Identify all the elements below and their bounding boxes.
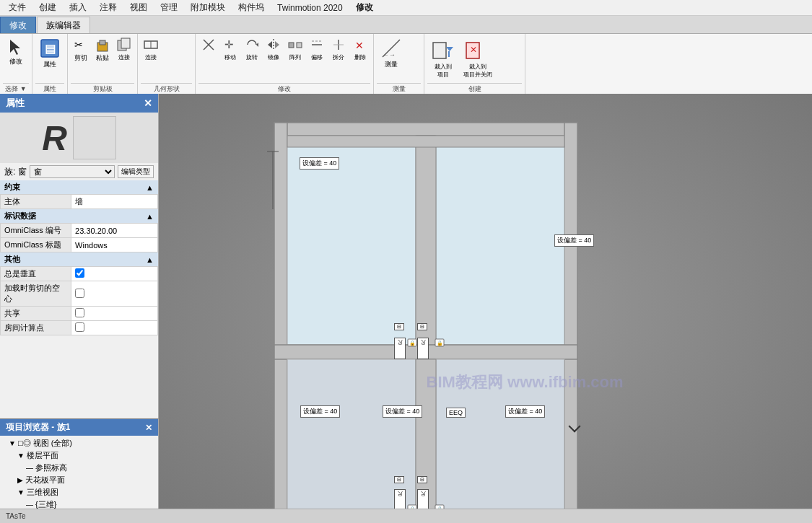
dim-label-5: 设偏差 = 40: [505, 405, 545, 418]
prop-value-omniclass-title[interactable]: [71, 238, 158, 252]
tree-floor-plan[interactable]: ▼ 楼层平面: [3, 449, 155, 462]
split-button[interactable]: 拆分: [328, 35, 349, 63]
prop-value-room-calc[interactable]: [71, 321, 158, 335]
cut-button[interactable]: ✂ 剪切: [71, 35, 91, 64]
prop-row-always-vertical: 总是垂直: [1, 267, 158, 281]
lock-icon-4: ⊟: [417, 476, 427, 483]
ribbon-group-create: 裁入到项目 ✕ 裁入到项目并关闭 创建: [424, 34, 525, 96]
section-other-icon: ▲: [146, 255, 154, 264]
family-row: 族: 窗 窗 编辑类型: [0, 163, 158, 180]
room-calc-checkbox[interactable]: [75, 322, 84, 332]
vert-dim-3: 尺: [394, 489, 406, 511]
section-identity-label: 标识数据: [4, 211, 36, 221]
lock-icon-1: ⊟: [394, 323, 404, 330]
svg-marker-27: [446, 47, 453, 51]
svg-text:🔒: 🔒: [437, 340, 443, 346]
delete-button[interactable]: ✕ 删除: [350, 35, 370, 63]
family-label: 族: 窗: [4, 166, 27, 178]
menu-insert[interactable]: 插入: [64, 0, 92, 15]
dim-label-4: 设偏差 = 40: [383, 405, 422, 418]
prop-value-always-vertical[interactable]: [71, 267, 158, 281]
cut-void-checkbox[interactable]: [75, 289, 84, 298]
load-into-project-button[interactable]: 裁入到项目: [427, 35, 459, 80]
ribbon-group-modify: ✛ 移动 旋转 镜像 阵列 偏移 拆分: [196, 34, 374, 96]
create-group-label: 创建: [427, 83, 522, 95]
align-button[interactable]: [198, 35, 219, 55]
family-select[interactable]: 窗: [30, 165, 115, 178]
dim-label-2: 设偏差 = 40: [554, 234, 594, 247]
prop-row-cut-void: 加载时剪切的空心: [1, 281, 158, 307]
svg-rect-36: [436, 136, 564, 345]
mirror-button[interactable]: 镜像: [263, 35, 284, 63]
prop-label-host: 主体: [1, 195, 71, 209]
join-button[interactable]: 连接: [141, 35, 161, 63]
prop-value-shared[interactable]: [71, 307, 158, 321]
identity-table: OmniClass 编号 OmniClass 标题: [0, 223, 158, 252]
menu-components[interactable]: 构件坞: [232, 0, 270, 15]
dim-label-eeq: EEQ: [446, 408, 466, 418]
properties-close-button[interactable]: ✕: [144, 97, 152, 109]
edit-type-button[interactable]: 编辑类型: [118, 165, 154, 178]
tab-modify[interactable]: 修改: [0, 17, 36, 33]
menu-twinmotion[interactable]: Twinmotion 2020: [271, 1, 349, 14]
svg-rect-34: [564, 123, 577, 523]
omniclass-title-input[interactable]: [75, 241, 154, 250]
menu-addins[interactable]: 附加模块: [185, 0, 231, 15]
omniclass-num-input[interactable]: [75, 227, 154, 235]
section-constraints-label: 约束: [4, 182, 20, 193]
svg-text:🔒: 🔒: [409, 340, 416, 346]
tree-views-label: □◎ 视图 (全部): [18, 438, 72, 449]
section-other[interactable]: 其他 ▲: [0, 252, 158, 266]
menu-file[interactable]: 文件: [3, 0, 32, 15]
browser-title: 项目浏览器 - 族1: [6, 421, 70, 434]
preview-icon: R: [42, 118, 67, 158]
svg-marker-15: [268, 41, 272, 48]
array-button[interactable]: 阵列: [285, 35, 305, 63]
prop-row-omniclass-title: OmniClass 标题: [1, 238, 158, 252]
select-group-label: 选择 ▼: [3, 83, 29, 95]
move-button[interactable]: ✛ 移动: [220, 35, 240, 63]
prop-label-omniclass-num: OmniClass 编号: [1, 224, 71, 238]
menu-bar: 文件 创建 插入 注释 视图 管理 附加模块 构件坞 Twinmotion 20…: [0, 0, 812, 16]
svg-rect-7: [121, 38, 130, 48]
tree-ref-level[interactable]: — 参照标高: [3, 462, 155, 474]
svg-text:✂: ✂: [74, 39, 83, 50]
tab-family-editor[interactable]: 族编辑器: [37, 17, 90, 33]
properties-button[interactable]: ▤ 属性: [35, 35, 64, 71]
rotate-button[interactable]: 旋转: [242, 35, 262, 63]
measure-button[interactable]: ←→ 测量: [377, 35, 406, 71]
menu-modify[interactable]: 修改: [350, 0, 379, 15]
prop-row-room-calc: 房间计算点: [1, 321, 158, 335]
svg-rect-38: [287, 136, 564, 147]
browser-close-button[interactable]: ✕: [145, 423, 152, 433]
properties-title: 属性: [6, 97, 25, 110]
shared-checkbox[interactable]: [75, 308, 84, 317]
svg-rect-5: [100, 40, 105, 45]
select-button[interactable]: 修改: [3, 35, 29, 68]
menu-create[interactable]: 创建: [33, 0, 62, 15]
tree-ceiling-plan[interactable]: ▶ 天花板平面: [3, 474, 155, 486]
always-vertical-checkbox[interactable]: [75, 268, 84, 278]
tree-3d-view-label: 三维视图: [27, 487, 58, 498]
browser-header: 项目浏览器 - 族1 ✕: [0, 419, 158, 436]
paste-button[interactable]: 粘贴: [92, 35, 113, 64]
section-identity[interactable]: 标识数据 ▲: [0, 209, 158, 223]
copy-button[interactable]: 连接: [114, 35, 134, 63]
load-into-project-close-button[interactable]: ✕ 裁入到项目并关闭: [460, 35, 495, 80]
lock-icon-2: ⊟: [417, 323, 427, 330]
ribbon-group-clipboard: ✂ 剪切 粘贴 连接 剪贴板: [68, 34, 138, 96]
menu-manage[interactable]: 管理: [154, 0, 183, 15]
menu-view[interactable]: 视图: [124, 0, 153, 15]
prop-value-omniclass-num[interactable]: [71, 224, 158, 238]
prop-value-cut-void[interactable]: [71, 281, 158, 307]
svg-marker-0: [10, 40, 20, 55]
section-constraints[interactable]: 约束 ▲: [0, 180, 158, 194]
other-table: 总是垂直 加载时剪切的空心 共享 房间计算点: [0, 266, 158, 335]
main-canvas: 🔒 🔒 🔒 🔒 设偏差 = 40 设偏差 = 40 设偏差 = 40 设偏差 =…: [159, 94, 812, 523]
svg-text:✕: ✕: [470, 45, 477, 55]
tree-views[interactable]: ▼ □◎ 视图 (全部): [3, 437, 155, 449]
tree-3d-view[interactable]: ▼ 三维视图: [3, 486, 155, 498]
dim-label-1: 设偏差 = 40: [300, 157, 339, 170]
offset-button[interactable]: 偏移: [307, 35, 327, 63]
menu-annotate[interactable]: 注释: [94, 0, 123, 15]
